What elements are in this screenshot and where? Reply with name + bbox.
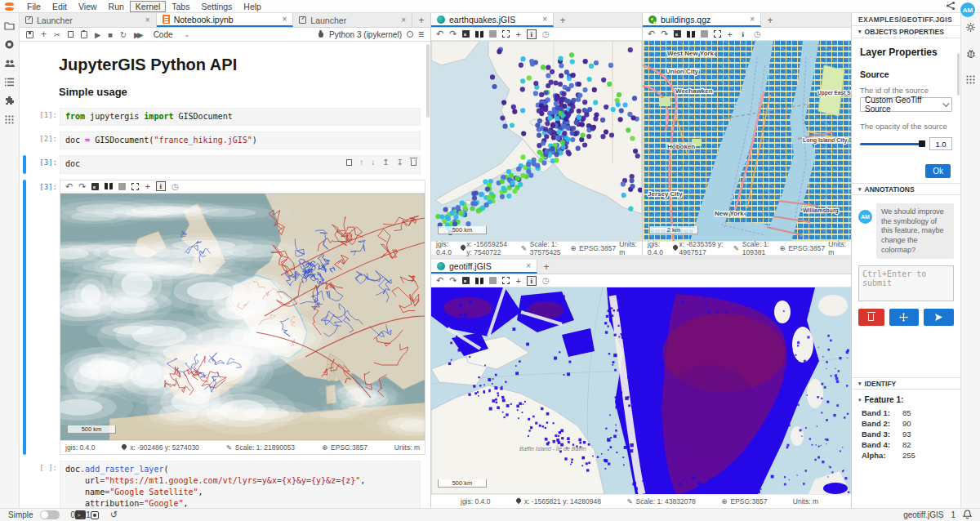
add-layer-icon[interactable]: + <box>727 29 732 39</box>
layer-browser-icon[interactable] <box>687 31 695 38</box>
paste-cell-icon[interactable] <box>81 31 87 38</box>
move-up-icon[interactable]: ↑ <box>359 158 363 167</box>
close-tab-icon[interactable]: × <box>274 15 287 24</box>
caret-down-icon[interactable]: ▾ <box>858 397 862 403</box>
new-raster-layer-icon[interactable] <box>674 30 681 38</box>
extent-icon[interactable] <box>131 183 139 190</box>
sidebar-scrollbar[interactable] <box>957 53 960 96</box>
objects-properties-section-header[interactable]: ▾ OBJECTS PROPERTIES <box>852 26 960 38</box>
active-code-cell[interactable]: [3]: doc ↑ ↓ ↥ ↧ <box>23 155 421 173</box>
undo-icon[interactable]: ↶ <box>65 181 73 192</box>
insert-above-icon[interactable]: ↥ <box>382 158 389 167</box>
tab-launcher-1[interactable]: Launcher × <box>20 13 157 27</box>
cell-type-dropdown[interactable]: Code⌄ <box>154 30 190 39</box>
menu-kernel[interactable]: Kernel <box>130 1 166 12</box>
delete-cell-icon[interactable] <box>411 159 416 166</box>
menu-run[interactable]: Run <box>103 1 130 12</box>
stop-kernel-icon[interactable]: ■ <box>108 30 113 39</box>
code-line[interactable]: attribution="Google", <box>65 498 415 508</box>
restart-run-all-icon[interactable]: ▶▶ <box>134 30 141 39</box>
redo-icon[interactable]: ↷ <box>449 275 457 286</box>
bell-icon[interactable] <box>963 510 972 521</box>
notebook-menu-icon[interactable]: ≡ <box>418 29 424 40</box>
new-tab-button[interactable]: + <box>761 13 779 27</box>
annotation-input[interactable]: Ctrl+Enter to submit <box>858 265 954 301</box>
layer-browser-icon[interactable] <box>475 31 483 38</box>
identify-tool-icon[interactable]: i <box>738 29 748 39</box>
share-icon[interactable] <box>946 0 956 14</box>
code-line[interactable]: doc = GISDocument("france_hiking.jGIS") <box>65 135 415 146</box>
extension-manager-icon[interactable] <box>4 95 16 106</box>
notebook-scrollbar[interactable] <box>426 44 430 118</box>
add-layer-icon[interactable]: + <box>515 29 520 39</box>
cell-collapser[interactable] <box>23 461 26 508</box>
buildings-map[interactable]: West New York Union City Weehawken Hobok… <box>643 41 851 241</box>
running-sessions-icon[interactable] <box>4 38 16 50</box>
new-vector-layer-icon[interactable] <box>489 277 497 284</box>
tab-notebook[interactable]: Notebook.ipynb × <box>157 13 294 27</box>
new-raster-layer-icon[interactable] <box>462 277 470 284</box>
restart-kernel-icon[interactable]: ↻ <box>120 30 127 39</box>
cell-collapser[interactable] <box>23 108 26 126</box>
redo-icon[interactable]: ↷ <box>449 29 457 39</box>
layer-browser-icon[interactable] <box>475 278 483 284</box>
jupytergis-right-panel-icon[interactable] <box>965 73 976 88</box>
opacity-slider[interactable] <box>860 143 924 145</box>
new-raster-layer-icon[interactable] <box>462 30 470 38</box>
new-raster-layer-icon[interactable] <box>91 183 99 190</box>
close-tab-icon[interactable]: × <box>393 16 406 24</box>
terminal-icon[interactable]: >_ <box>75 510 86 519</box>
code-cell[interactable]: [2]: doc = GISDocument("france_hiking.jG… <box>23 131 421 149</box>
extent-icon[interactable] <box>714 30 721 38</box>
code-cell[interactable]: [1]: from jupytergis import GISDocument <box>23 108 421 126</box>
france-map[interactable]: 500 km <box>60 194 425 440</box>
user-avatar[interactable]: AM <box>960 2 975 17</box>
identify-tool-icon[interactable]: i <box>527 29 537 39</box>
debugger-icon[interactable] <box>317 30 324 38</box>
code-line[interactable]: doc.add_raster_layer( <box>65 464 415 475</box>
move-down-icon[interactable]: ↓ <box>371 158 375 167</box>
close-tab-icon[interactable]: × <box>137 16 150 24</box>
code-line[interactable]: from jupytergis import GISDocument <box>65 111 415 122</box>
annotations-section-header[interactable]: ▾ ANNOTATIONS <box>852 183 960 195</box>
copy-cell-icon[interactable] <box>68 31 74 38</box>
code-line[interactable]: url="https://mt1.google.com/vt/lyrs=y&x=… <box>65 475 415 487</box>
source-select[interactable]: Custom GeoTiff Source <box>860 97 952 112</box>
run-cell-icon[interactable]: ▶ <box>95 30 100 39</box>
identify-tool-icon[interactable]: i <box>527 276 537 286</box>
history-icon[interactable]: ◷ <box>754 29 761 38</box>
save-icon[interactable] <box>26 31 33 38</box>
new-vector-layer-icon[interactable] <box>118 183 126 190</box>
new-vector-layer-icon[interactable] <box>489 30 497 38</box>
file-browser-icon[interactable] <box>4 20 16 31</box>
add-layer-icon[interactable]: + <box>515 276 520 286</box>
tab-launcher-2[interactable]: Launcher × <box>293 13 412 27</box>
geotiff-map[interactable]: Baffin Island - Île de Baffin 500 km <box>431 287 851 494</box>
kernel-name[interactable]: Python 3 (ipykernel) <box>329 30 402 39</box>
new-vector-layer-icon[interactable] <box>701 30 708 38</box>
jupytergis-panel-icon[interactable] <box>4 114 16 125</box>
history-icon[interactable]: ◷ <box>172 182 179 191</box>
menu-edit[interactable]: Edit <box>47 1 73 12</box>
submit-annotation-button[interactable] <box>924 309 954 326</box>
property-inspector-icon[interactable] <box>965 21 976 36</box>
insert-below-icon[interactable]: ↧ <box>397 158 403 167</box>
extent-icon[interactable] <box>502 30 510 38</box>
redo-icon[interactable]: ↷ <box>78 181 86 192</box>
tab-earthquakes[interactable]: earthquakes.jGIS × <box>431 13 554 27</box>
code-line[interactable]: name="Google Satellite", <box>65 487 415 498</box>
identify-tool-icon[interactable]: i <box>156 181 166 191</box>
center-on-annotation-button[interactable] <box>889 309 920 326</box>
layer-browser-icon[interactable] <box>105 183 113 189</box>
cell-collapser[interactable] <box>23 155 26 173</box>
extent-icon[interactable] <box>502 277 510 284</box>
earthquakes-map[interactable]: 500 km <box>431 41 642 241</box>
menu-view[interactable]: View <box>73 1 103 12</box>
identify-section-header[interactable]: ▾ IDENTIFY <box>852 377 960 390</box>
close-tab-icon[interactable]: × <box>534 15 547 24</box>
slider-handle[interactable] <box>919 140 925 147</box>
tab-geotiff[interactable]: geotiff.jGIS × <box>431 260 537 274</box>
ok-button[interactable]: Ok <box>925 164 951 178</box>
menu-help[interactable]: Help <box>238 1 267 12</box>
duplicate-cell-icon[interactable] <box>346 159 352 166</box>
